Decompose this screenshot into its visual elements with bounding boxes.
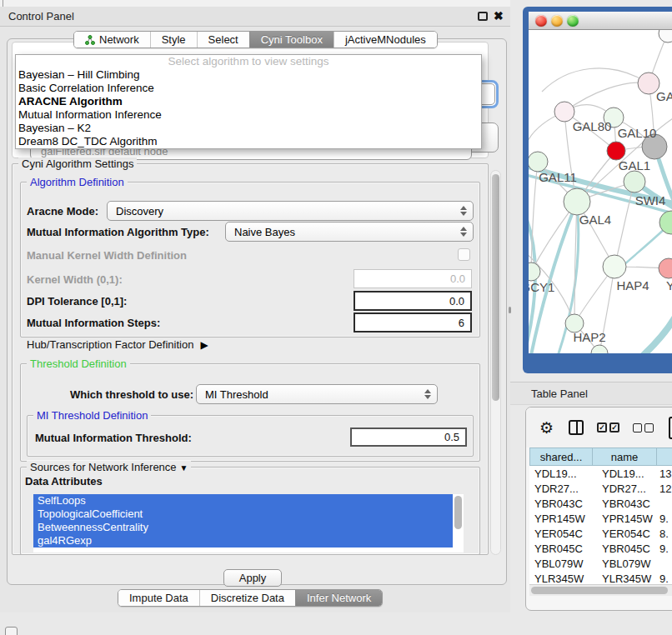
network-window-titlebar[interactable]	[529, 12, 672, 30]
apply-button[interactable]: Apply	[223, 569, 282, 587]
table-panel-title: Table Panel	[531, 388, 588, 400]
column-header-shared-name[interactable]: shared...	[529, 448, 593, 466]
node-gal11[interactable]	[529, 152, 548, 172]
node-label: GAL11	[539, 170, 577, 184]
window-edge-tick	[3, 0, 3, 7]
list-item-topologicalcoefficient[interactable]: TopologicalCoefficient	[33, 508, 453, 521]
dropdown-option-dream8[interactable]: Dream8 DC_TDC Algorithm	[16, 135, 481, 148]
checked-checkbox-icon: ✓	[609, 422, 619, 432]
document-icon[interactable]	[669, 417, 672, 439]
tab-impute-data[interactable]: Impute Data	[118, 590, 199, 606]
table-scrollbar-thumb[interactable]	[531, 587, 668, 594]
mi-threshold-definition-title: MI Threshold Definition	[33, 409, 151, 422]
which-threshold-select[interactable]: MI Threshold	[196, 384, 438, 404]
control-panel-title: Control Panel	[8, 10, 74, 22]
mi-algorithm-type-select[interactable]: Naive Bayes	[225, 222, 474, 242]
network-icon	[85, 35, 95, 45]
table-row[interactable]: YBR045CYBR045C9.	[529, 541, 672, 556]
tab-network-label: Network	[99, 33, 139, 46]
settings-scrollbar[interactable]	[490, 170, 501, 555]
column-header-name[interactable]: name	[593, 448, 657, 466]
unchecked-checkbox-icon	[644, 423, 654, 432]
tab-discretize-data[interactable]: Discretize Data	[199, 590, 295, 606]
algorithm-definition-title: Algorithm Definition	[27, 176, 128, 188]
table-row[interactable]: YBL079WYBL079W	[529, 556, 672, 571]
stepper-arrows-icon	[460, 206, 467, 216]
dpi-tolerance-input[interactable]: 0.0	[354, 291, 472, 311]
dropdown-option-aracne[interactable]: ARACNE Algorithm	[16, 95, 481, 108]
node-label: GAL	[656, 89, 672, 103]
data-attributes-label: Data Attributes	[25, 475, 103, 488]
data-attributes-list: SelfLoops TopologicalCoefficient Between…	[33, 494, 464, 552]
control-panel: Control Panel ✖ Network Style Select Cyn…	[0, 7, 510, 612]
column-header-partial[interactable]	[657, 448, 672, 466]
expanded-arrow-icon: ▼	[180, 463, 188, 472]
node-label: HAP4	[616, 278, 649, 292]
node-gal80[interactable]	[554, 102, 574, 122]
split-columns-icon[interactable]	[569, 420, 584, 435]
mi-algorithm-type-label: Mutual Information Algorithm Type:	[27, 226, 209, 238]
node-label: GAL80	[573, 119, 612, 133]
hub-transcription-factor-section[interactable]: Hub/Transcription Factor Definition ▶	[27, 338, 208, 351]
node-partial-top[interactable]	[659, 30, 672, 42]
minimize-traffic-light[interactable]	[551, 15, 563, 27]
list-item-gal4rgexp[interactable]: gal4RGexp	[33, 534, 453, 548]
tab-cyni-toolbox[interactable]: Cyni Toolbox	[249, 32, 333, 48]
select-all-columns-icon[interactable]: ✓ ✓	[597, 422, 619, 432]
node-gal1[interactable]	[607, 142, 625, 160]
node-gal4[interactable]	[564, 188, 590, 215]
collapsed-arrow-icon: ▶	[200, 339, 208, 351]
tab-select[interactable]: Select	[197, 32, 249, 48]
gear-icon[interactable]: ⚙	[539, 420, 554, 436]
mi-threshold-input[interactable]: 0.5	[350, 428, 467, 447]
close-icon[interactable]: ✖	[494, 9, 504, 22]
stepper-arrows-icon	[424, 389, 431, 399]
deselect-all-columns-icon[interactable]	[633, 423, 654, 432]
dropdown-option-basic-correlation[interactable]: Basic Correlation Inference	[16, 82, 481, 95]
dropdown-option-bayesian-k2[interactable]: Bayesian – K2	[16, 122, 481, 135]
table-horizontal-scrollbar[interactable]	[529, 584, 672, 596]
table-row[interactable]: YER054CYER054C8.	[529, 526, 672, 541]
node-label: GAL1	[619, 158, 650, 172]
tab-style[interactable]: Style	[150, 32, 197, 48]
table-row[interactable]: YDR27...YDR27...12	[529, 481, 672, 496]
aracne-mode-select[interactable]: Discovery	[107, 201, 474, 221]
tab-infer-network[interactable]: Infer Network	[295, 590, 382, 606]
dropdown-option-mutual-information[interactable]: Mutual Information Inference	[16, 108, 481, 122]
unchecked-checkbox-icon	[633, 423, 642, 432]
list-item-betweennesscentrality[interactable]: BetweennessCentrality	[33, 521, 453, 534]
table-row[interactable]: YPR145WYPR145W9.	[529, 511, 672, 526]
node-pink-right[interactable]	[659, 258, 672, 278]
table-row[interactable]: YLR345WYLR345W9.	[529, 571, 672, 584]
tab-network[interactable]: Network	[74, 32, 150, 48]
panel-divider-handle[interactable]	[509, 307, 511, 313]
table-row[interactable]: YBR043CYBR043C	[529, 496, 672, 511]
network-canvas[interactable]: GAL GAL80 GAL10 GAL1 GAL11 SWI4 GAL4 GCY…	[529, 30, 672, 353]
node-label: HAP2	[573, 330, 605, 344]
kernel-width-input[interactable]: 0.0	[354, 269, 472, 288]
float-window-icon[interactable]	[478, 12, 488, 21]
node-table: shared... name YDL19...YDL19...13 YDR27.…	[529, 448, 672, 584]
table-toolbar: ⚙ ✓ ✓	[526, 408, 672, 448]
node-label: GAL4	[579, 212, 611, 227]
node-label: GAL10	[618, 126, 657, 140]
cyni-algorithm-settings-title: Cyni Algorithm Settings	[18, 158, 137, 170]
network-window: GAL GAL80 GAL10 GAL1 GAL11 SWI4 GAL4 GCY…	[529, 12, 672, 353]
node-hap4[interactable]	[603, 255, 626, 278]
node-swi4[interactable]	[624, 171, 645, 192]
zoom-traffic-light[interactable]	[567, 15, 579, 27]
control-panel-header: Control Panel	[0, 7, 510, 27]
dropdown-option-bayesian-hill-climbing[interactable]: Bayesian – Hill Climbing	[16, 68, 481, 82]
close-traffic-light[interactable]	[535, 15, 547, 27]
list-scrollbar-thumb[interactable]	[454, 496, 462, 529]
mi-steps-input[interactable]: 6	[354, 312, 472, 332]
partial-bottom-left-icon[interactable]	[5, 627, 18, 635]
settings-scrollbar-thumb[interactable]	[492, 174, 499, 401]
table-header-row: shared... name	[529, 448, 672, 466]
hub-transcription-factor-label: Hub/Transcription Factor Definition	[27, 338, 193, 351]
tab-jactivemnodules[interactable]: jActiveMNodules	[333, 32, 437, 48]
table-row[interactable]: YDL19...YDL19...13	[529, 466, 672, 481]
manual-kernel-width-checkbox[interactable]	[458, 248, 470, 261]
sources-title[interactable]: Sources for Network Inference▼	[27, 461, 191, 473]
list-item-selfloops[interactable]: SelfLoops	[33, 494, 453, 508]
